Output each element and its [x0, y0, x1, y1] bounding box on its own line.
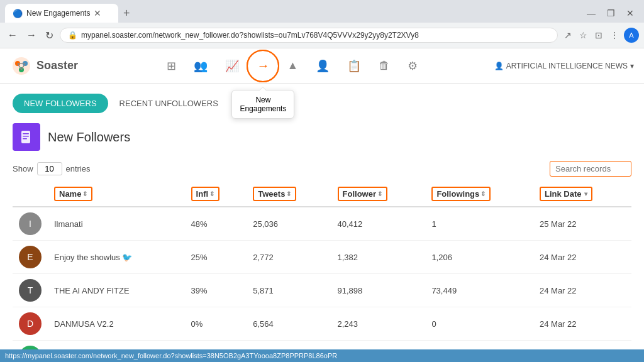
document-icon	[19, 130, 33, 144]
follower-sort-icon: ⇕	[377, 190, 382, 197]
follower-cell: 1,382	[331, 241, 426, 274]
follower-sort-button[interactable]: Follower ⇕	[338, 187, 387, 201]
avatar: I	[19, 212, 42, 235]
tweets-column-header: Tweets ⇕	[247, 182, 331, 207]
name-sort-icon: ⇕	[82, 190, 87, 197]
logo-text: Soaster	[36, 59, 78, 72]
entries-input[interactable]: 10	[37, 162, 62, 175]
tab-close-button[interactable]: ✕	[94, 8, 101, 18]
followings-sort-icon: ⇕	[480, 190, 486, 197]
clipboard-icon-button[interactable]: 📋	[345, 57, 364, 75]
chart-icon-button[interactable]: 📈	[223, 57, 242, 75]
close-button[interactable]: ✕	[621, 7, 639, 19]
name-cell: DANMUSA V2.2	[48, 307, 185, 341]
table-body: IIlmanati48%25,03640,412125 Mar 22EEnjoy…	[13, 207, 631, 362]
table-row: TTHE AI ANDY FITZE39%5,87191,89873,44924…	[13, 274, 631, 307]
trash-icon-button[interactable]: 🗑	[376, 57, 392, 75]
minimize-button[interactable]: —	[582, 7, 601, 19]
show-entries: Show 10 entries	[13, 162, 91, 175]
table-header-row: Name ⇕ Infl ⇕ Tweets ⇕	[13, 182, 631, 207]
name-cell: Ilmanati	[48, 207, 185, 241]
page-tabs: NEW FOLLOWERS RECENT UNFOLLOWERS	[13, 94, 631, 113]
avatar-cell: I	[13, 207, 48, 241]
infl-cell: 0%	[185, 307, 247, 341]
infl-sort-icon: ⇕	[209, 190, 214, 197]
status-bar: https://mypanel.soaster.com/network_new_…	[0, 349, 644, 362]
name-sort-button[interactable]: Name ⇕	[54, 187, 92, 201]
tab-recent-unfollowers[interactable]: RECENT UNFOLLOWERS	[108, 94, 230, 113]
followings-cell: 0	[425, 307, 533, 341]
bookmark-icon[interactable]: ☆	[577, 29, 590, 41]
reload-button[interactable]: ↻	[43, 27, 56, 44]
engagements-tooltip: New Engagements	[231, 90, 294, 119]
svg-rect-9	[23, 136, 29, 137]
extensions-icon[interactable]: ⊡	[592, 29, 605, 41]
tab-title: New Engagements	[26, 9, 90, 18]
svg-rect-8	[23, 133, 29, 134]
nav-icons: ⊞ 👥 📈 → New Engagements ▲ 👤 📋 🗑 ⚙	[101, 56, 484, 75]
navbar: Soaster ⊞ 👥 📈 → New Engagements ▲ 👤 📋 🗑 …	[0, 48, 644, 84]
page-title: New Followers	[48, 130, 130, 145]
infl-cell: 25%	[185, 241, 247, 274]
table-row: IIlmanati48%25,03640,412125 Mar 22	[13, 207, 631, 241]
forward-button[interactable]: →	[24, 27, 39, 43]
tweets-cell: 5,871	[247, 274, 331, 307]
search-input[interactable]	[550, 161, 631, 177]
settings-icon-button[interactable]: ⚙	[405, 57, 420, 75]
avatar-column-header	[13, 182, 48, 207]
link-date-column-header: Link Date ▾	[533, 182, 631, 207]
followings-cell: 73,449	[425, 274, 533, 307]
table-controls: Show 10 entries	[13, 161, 631, 177]
browser-chrome: 🔵 New Engagements ✕ + — ❐ ✕ ← → ↻ 🔒 mypa…	[0, 0, 644, 48]
maximize-button[interactable]: ❐	[602, 7, 620, 19]
tab-bar: 🔵 New Engagements ✕ + — ❐ ✕	[0, 0, 644, 23]
arrow-right-icon-button[interactable]: →	[254, 56, 272, 75]
page-icon	[13, 123, 40, 151]
nav-user-section[interactable]: 👤 ARTIFICIAL INTELLIGENCE NEWS ▾	[494, 62, 634, 70]
profile-avatar[interactable]: A	[624, 28, 639, 43]
main-content: NEW FOLLOWERS RECENT UNFOLLOWERS New Fol…	[0, 84, 644, 362]
more-options-icon[interactable]: ⋮	[608, 29, 621, 41]
followings-sort-button[interactable]: Followings ⇕	[431, 187, 491, 201]
tweets-sort-icon: ⇕	[286, 190, 291, 197]
tooltip-text: New Engagements	[240, 96, 286, 113]
avatar-cell: T	[13, 274, 48, 307]
link-date-cell: 24 Mar 22	[533, 274, 631, 307]
address-actions: ↗ ☆ ⊡ ⋮ A	[562, 28, 639, 43]
link-date-sort-button[interactable]: Link Date ▾	[540, 187, 592, 201]
svg-rect-10	[23, 138, 27, 140]
name-cell: THE AI ANDY FITZE	[48, 274, 185, 307]
user-dropdown-icon[interactable]: ▾	[630, 62, 634, 70]
url-text: mypanel.soaster.com/network_new_follower…	[81, 31, 550, 40]
new-tab-button[interactable]: +	[118, 7, 135, 20]
link-date-sort-icon: ▾	[584, 190, 587, 197]
infl-sort-button[interactable]: Infl ⇕	[191, 187, 220, 201]
user-circle-icon-button[interactable]: 👤	[313, 57, 332, 75]
avatar-cell: E	[13, 241, 48, 274]
link-date-cell: 25 Mar 22	[533, 207, 631, 241]
grid-icon-button[interactable]: ⊞	[164, 57, 179, 75]
show-label: Show	[13, 164, 33, 173]
followers-table: Name ⇕ Infl ⇕ Tweets ⇕	[13, 182, 631, 362]
app-container: Soaster ⊞ 👥 📈 → New Engagements ▲ 👤 📋 🗑 …	[0, 48, 644, 362]
tweets-sort-button[interactable]: Tweets ⇕	[253, 187, 296, 201]
svg-rect-7	[21, 131, 30, 143]
tweets-cell: 25,036	[247, 207, 331, 241]
name-cell: Enjoy the showlus 🐦	[48, 241, 185, 274]
back-button[interactable]: ←	[5, 27, 20, 43]
table-row: EEnjoy the showlus 🐦25%2,7721,3821,20624…	[13, 241, 631, 274]
infl-cell: 48%	[185, 207, 247, 241]
location-icon-button[interactable]: ▲	[284, 57, 301, 75]
share-icon[interactable]: ↗	[562, 29, 574, 41]
engagements-icon-container: → New Engagements	[254, 56, 272, 75]
active-tab[interactable]: 🔵 New Engagements ✕	[5, 4, 118, 23]
window-controls: — ❐ ✕	[582, 7, 644, 19]
users-icon-button[interactable]: 👥	[191, 57, 210, 75]
url-bar[interactable]: 🔒 mypanel.soaster.com/network_new_follow…	[60, 28, 558, 43]
user-label: ARTIFICIAL INTELLIGENCE NEWS	[506, 62, 628, 70]
tab-new-followers[interactable]: NEW FOLLOWERS	[13, 94, 108, 113]
follower-column-header: Follower ⇕	[331, 182, 426, 207]
logo[interactable]: Soaster	[10, 55, 78, 77]
link-date-cell: 24 Mar 22	[533, 241, 631, 274]
table-row: DDANMUSA V2.20%6,5642,243024 Mar 22	[13, 307, 631, 341]
